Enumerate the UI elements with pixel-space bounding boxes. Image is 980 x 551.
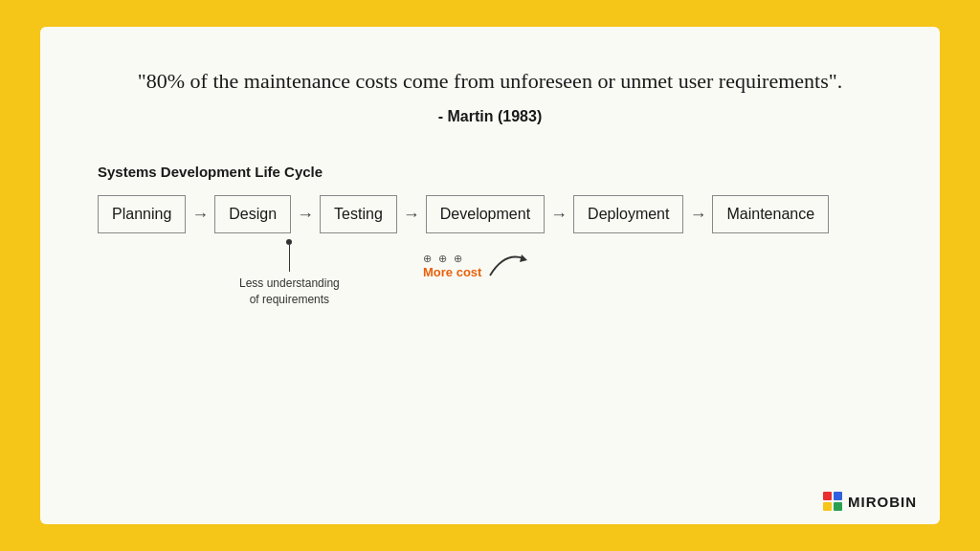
annotation-design: Less understandingof requirements <box>239 239 340 308</box>
quote-author: - Martin (1983) <box>138 108 842 125</box>
svg-marker-0 <box>520 254 527 262</box>
logo-text: MIROBIN <box>848 494 917 510</box>
sdlc-flow: Planning → Design → Testing → Developmen… <box>98 195 882 233</box>
quote-section: "80% of the maintenance costs come from … <box>138 65 842 125</box>
arrow-4: → <box>548 205 569 225</box>
sdlc-section: Systems Development Life Cycle Planning … <box>98 164 882 233</box>
annotation-cost: ⊕ ⊕ ⊕ More cost <box>423 247 533 285</box>
logo-sq-yellow <box>823 502 832 511</box>
dollar-signs: ⊕ ⊕ ⊕ <box>423 253 464 265</box>
annotation-line <box>289 245 291 272</box>
sdlc-step-planning: Planning <box>98 195 186 233</box>
logo-sq-blue <box>834 492 842 500</box>
curved-arrow-icon <box>485 247 533 285</box>
sdlc-step-maintenance: Maintenance <box>712 195 829 233</box>
left-tab <box>33 256 40 295</box>
logo-area: MIROBIN <box>823 492 917 511</box>
arrow-5: → <box>687 205 708 225</box>
sdlc-step-testing: Testing <box>320 195 397 233</box>
logo-icon <box>823 492 842 511</box>
arrow-3: → <box>401 205 422 225</box>
sdlc-step-deployment: Deployment <box>573 195 683 233</box>
sdlc-step-design: Design <box>214 195 291 233</box>
sdlc-title: Systems Development Life Cycle <box>98 164 882 180</box>
sdlc-step-development: Development <box>426 195 545 233</box>
logo-sq-red <box>823 492 832 500</box>
annotation-left-text: Less understandingof requirements <box>239 276 340 308</box>
arrow-1: → <box>189 205 211 225</box>
logo-sq-green <box>834 502 842 511</box>
slide: "80% of the maintenance costs come from … <box>40 27 940 524</box>
more-cost-label: More cost <box>423 265 481 279</box>
quote-text: "80% of the maintenance costs come from … <box>138 65 842 97</box>
arrow-2: → <box>295 205 316 225</box>
